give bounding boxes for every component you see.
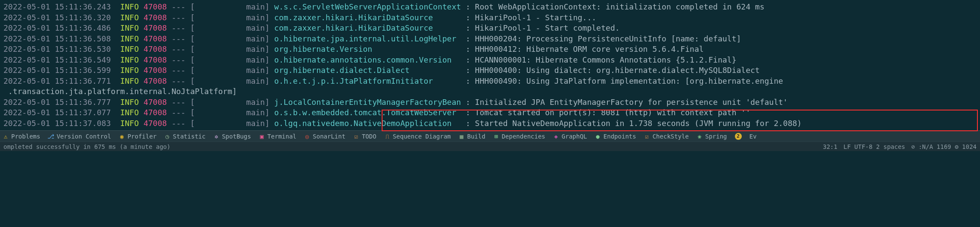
sequence-diagram-icon: ⎍	[384, 133, 390, 139]
log-line: 2022-05-01 15:11:37.083 INFO 47008 --- […	[3, 118, 977, 129]
log-line: 2022-05-01 15:11:36.599 INFO 47008 --- […	[3, 65, 977, 76]
tool-label: Problems	[11, 133, 40, 140]
tool-label: Version Control	[56, 133, 111, 140]
log-line: 2022-05-01 15:11:36.549 INFO 47008 --- […	[3, 55, 977, 66]
tool-checkstyle[interactable]: ☑CheckStyle	[644, 133, 689, 140]
tool-label: CheckStyle	[653, 133, 689, 140]
tool-spotbugs[interactable]: ✲SpotBugs	[213, 133, 251, 140]
tool-version-control[interactable]: ⎇Version Control	[48, 133, 111, 140]
tool-statistic[interactable]: ◷Statistic	[164, 133, 205, 140]
tool-label: Dependencies	[502, 133, 545, 140]
tool-todo[interactable]: ☑TODO	[353, 133, 376, 140]
event-badge[interactable]: 2	[735, 133, 742, 140]
sonarlint-icon: ◎	[304, 133, 310, 139]
tool-label: Build	[467, 133, 485, 140]
log-line-wrap: .transaction.jta.platform.internal.NoJta…	[3, 86, 977, 97]
terminal-icon: ▣	[259, 133, 265, 139]
tool-label: Sequence Diagram	[393, 133, 451, 140]
dependencies-icon: ⊞	[493, 133, 499, 139]
version-control-icon: ⎇	[48, 133, 54, 139]
log-output[interactable]: 2022-05-01 15:11:36.243 INFO 47008 --- […	[0, 0, 980, 130]
log-line: 2022-05-01 15:11:36.771 INFO 47008 --- […	[3, 76, 977, 87]
profiler-icon: ◉	[119, 133, 125, 139]
log-line: 2022-05-01 15:11:36.508 INFO 47008 --- […	[3, 34, 977, 44]
file-encoding[interactable]: LF UTF-8 2 spaces	[843, 143, 905, 150]
tool-label: SonarLint	[313, 133, 345, 140]
endpoints-icon: ●	[595, 133, 601, 139]
checkstyle-icon: ☑	[644, 133, 650, 139]
tool-build[interactable]: ▦Build	[458, 133, 485, 140]
log-line: 2022-05-01 15:11:36.320 INFO 47008 --- […	[3, 13, 977, 23]
tool-label: Terminal	[268, 133, 296, 140]
tool-endpoints[interactable]: ●Endpoints	[595, 133, 636, 140]
log-line: 2022-05-01 15:11:36.530 INFO 47008 --- […	[3, 44, 977, 55]
todo-icon: ☑	[353, 133, 359, 139]
status-extra[interactable]: ⊘ :N/A 1169 ⚙ 1024	[911, 143, 977, 150]
event-label: Ev	[750, 133, 757, 140]
tool-label: GraphQL	[562, 133, 587, 140]
tool-problems[interactable]: ⚠Problems	[3, 133, 40, 140]
status-bar: ompleted successfully in 675 ms (a minut…	[0, 142, 980, 151]
statistic-icon: ◷	[164, 133, 170, 139]
build-icon: ▦	[458, 133, 464, 139]
tool-label: TODO	[362, 133, 376, 140]
tool-label: SpotBugs	[222, 133, 251, 140]
log-line: 2022-05-01 15:11:36.777 INFO 47008 --- […	[3, 97, 977, 108]
tool-label: Endpoints	[604, 133, 636, 140]
graphql-icon: ◈	[553, 133, 559, 139]
spring-icon: ❀	[697, 133, 703, 139]
tool-label: Spring	[705, 133, 727, 140]
tool-dependencies[interactable]: ⊞Dependencies	[493, 133, 545, 140]
spotbugs-icon: ✲	[213, 133, 219, 139]
tool-sonarlint[interactable]: ◎SonarLint	[304, 133, 345, 140]
tool-sequence-diagram[interactable]: ⎍Sequence Diagram	[384, 133, 451, 140]
status-message: ompleted successfully in 675 ms (a minut…	[3, 143, 171, 150]
caret-position[interactable]: 32:1	[823, 143, 837, 150]
log-line: 2022-05-01 15:11:37.077 INFO 47008 --- […	[3, 107, 977, 118]
tool-label: Statistic	[173, 133, 205, 140]
tool-spring[interactable]: ❀Spring	[697, 133, 727, 140]
tool-terminal[interactable]: ▣Terminal	[259, 133, 296, 140]
log-line: 2022-05-01 15:11:36.243 INFO 47008 --- […	[3, 2, 977, 13]
tool-graphql[interactable]: ◈GraphQL	[553, 133, 587, 140]
tool-label: Profiler	[128, 133, 156, 140]
log-line: 2022-05-01 15:11:36.486 INFO 47008 --- […	[3, 23, 977, 34]
problems-icon: ⚠	[3, 133, 9, 139]
bottom-toolbar: ⚠Problems⎇Version Control◉Profiler◷Stati…	[0, 130, 980, 142]
tool-profiler[interactable]: ◉Profiler	[119, 133, 156, 140]
